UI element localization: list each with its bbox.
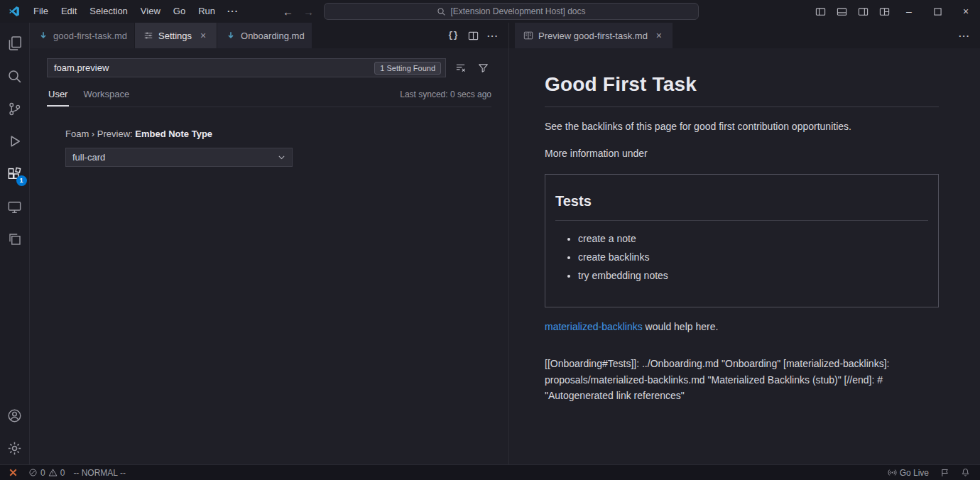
toggle-sidebar-icon[interactable] <box>810 0 831 23</box>
tab-onboarding[interactable]: Onboarding.md <box>217 23 312 48</box>
menu-view[interactable]: View <box>134 4 167 19</box>
explorer-icon[interactable] <box>0 27 30 60</box>
remote-indicator-icon[interactable] <box>0 465 24 480</box>
preview-paragraph: materialized-backlinks would help here. <box>545 320 939 334</box>
titlebar: File Edit Selection View Go Run ··· ← → … <box>0 0 980 23</box>
history-navigation: ← → <box>283 0 314 23</box>
back-arrow-icon[interactable]: ← <box>283 6 293 18</box>
extensions-icon[interactable]: 1 <box>0 158 30 190</box>
errors-icon <box>28 468 38 477</box>
preview-paragraph: See the backlinks of this page for good … <box>545 119 939 134</box>
activity-bar: 1 <box>0 23 30 464</box>
embed-card-title: Tests <box>555 190 928 221</box>
markdown-preview: Good First Task See the backlinks of thi… <box>509 48 980 464</box>
preview-paragraph: More information under <box>545 146 939 161</box>
notifications-bell-icon[interactable] <box>955 465 980 480</box>
markdown-preview-icon <box>523 31 533 40</box>
settings-editor: foam.preview 1 Setting Found User Worksp… <box>30 48 508 464</box>
settings-search-value: foam.preview <box>54 62 374 73</box>
warnings-icon <box>48 468 58 477</box>
settings-search-input[interactable]: foam.preview 1 Setting Found <box>47 58 446 77</box>
menu-edit[interactable]: Edit <box>55 4 83 19</box>
customize-layout-icon[interactable] <box>873 0 895 23</box>
close-tab-icon[interactable]: × <box>653 29 665 42</box>
tab-preview[interactable]: Preview good-first-task.md × <box>515 23 673 48</box>
menu-selection[interactable]: Selection <box>83 4 134 19</box>
go-live-button[interactable]: Go Live <box>882 465 935 480</box>
command-center-search[interactable]: [Extension Development Host] docs <box>324 3 699 20</box>
search-icon <box>437 7 446 16</box>
remote-explorer-icon[interactable] <box>0 190 30 223</box>
chevron-down-icon <box>277 153 286 162</box>
toggle-panel-icon[interactable] <box>831 0 852 23</box>
search-sidebar-icon[interactable] <box>0 60 30 92</box>
embed-card-list: create a note create backlinks try embed… <box>555 231 928 283</box>
menu-overflow[interactable]: ··· <box>222 4 244 19</box>
scope-tab-workspace[interactable]: Workspace <box>82 86 131 107</box>
menu-run[interactable]: Run <box>192 4 222 19</box>
accounts-icon[interactable] <box>0 399 30 432</box>
menu-file[interactable]: File <box>27 4 55 19</box>
link-references-text: [[Onboarding#Tests]]: ../Onboarding.md "… <box>545 356 939 404</box>
window-title: [Extension Development Host] docs <box>450 6 585 16</box>
feedback-icon[interactable] <box>935 465 955 480</box>
list-item: create a note <box>578 231 928 246</box>
tab-label: good-first-task.md <box>53 31 127 41</box>
broadcast-icon <box>888 468 897 477</box>
settings-results-badge: 1 Setting Found <box>374 62 441 75</box>
more-actions-icon[interactable]: ··· <box>484 27 501 44</box>
editor-group-left: good-first-task.md Settings × Onboarding… <box>30 23 508 464</box>
errors-count: 0 <box>40 468 45 478</box>
embed-note-type-dropdown[interactable]: full-card <box>65 148 293 167</box>
vim-mode-status[interactable]: -- NORMAL -- <box>69 465 130 480</box>
more-actions-icon[interactable]: ··· <box>956 27 973 44</box>
source-control-icon[interactable] <box>0 92 30 125</box>
settings-gear-icon[interactable] <box>0 432 30 464</box>
close-tab-icon[interactable]: × <box>197 29 209 42</box>
tabstrip-right: Preview good-first-task.md × ··· <box>509 23 980 48</box>
problems-status[interactable]: 0 0 <box>24 465 69 480</box>
tab-good-first-task[interactable]: good-first-task.md <box>30 23 135 48</box>
open-settings-json-icon[interactable]: {} <box>445 27 462 44</box>
go-live-label: Go Live <box>900 468 929 478</box>
maximize-button[interactable] <box>923 0 952 23</box>
filter-settings-icon[interactable] <box>474 60 491 77</box>
embedded-note-card: Tests create a note create backlinks try… <box>545 174 939 307</box>
editor-group-right: Preview good-first-task.md × ··· Good Fi… <box>508 23 980 464</box>
link-suffix-text: would help here. <box>643 321 719 332</box>
run-debug-icon[interactable] <box>0 125 30 158</box>
clear-settings-search-icon[interactable] <box>452 60 469 77</box>
close-window-button[interactable]: × <box>952 0 980 23</box>
editor-layouts-icon[interactable] <box>0 223 30 256</box>
split-editor-icon[interactable] <box>464 27 481 44</box>
tabstrip-left: good-first-task.md Settings × Onboarding… <box>30 23 508 48</box>
tab-label: Onboarding.md <box>241 31 305 41</box>
markdown-file-icon <box>38 31 48 40</box>
minimize-button[interactable]: – <box>895 0 923 23</box>
extensions-badge: 1 <box>16 175 27 186</box>
settings-sliders-icon <box>143 31 153 40</box>
setting-title: Foam › Preview: Embed Note Type <box>65 129 491 139</box>
dropdown-value: full-card <box>72 152 105 163</box>
vscode-logo-icon <box>9 6 20 17</box>
tab-label: Preview good-first-task.md <box>538 31 648 41</box>
toggle-secondary-sidebar-icon[interactable] <box>852 0 873 23</box>
setting-category: Foam › Preview: <box>65 129 135 139</box>
warnings-count: 0 <box>60 468 65 478</box>
list-item: create backlinks <box>578 250 928 265</box>
list-item: try embedding notes <box>578 268 928 283</box>
settings-scope-tabs: User Workspace Last synced: 0 secs ago <box>47 86 491 107</box>
menu-go[interactable]: Go <box>167 4 192 19</box>
tab-label: Settings <box>158 31 192 41</box>
markdown-file-icon <box>226 31 236 40</box>
setting-name: Embed Note Type <box>135 129 212 139</box>
tab-settings[interactable]: Settings × <box>135 23 217 48</box>
setting-embed-note-type: Foam › Preview: Embed Note Type full-car… <box>65 129 491 167</box>
status-bar: 0 0 -- NORMAL -- Go Live <box>0 464 980 480</box>
scope-tab-user[interactable]: User <box>47 86 69 107</box>
preview-title: Good First Task <box>545 70 939 107</box>
materialized-backlinks-link[interactable]: materialized-backlinks <box>545 321 643 332</box>
forward-arrow-icon[interactable]: → <box>303 6 314 18</box>
last-synced-label: Last synced: 0 secs ago <box>400 89 491 104</box>
